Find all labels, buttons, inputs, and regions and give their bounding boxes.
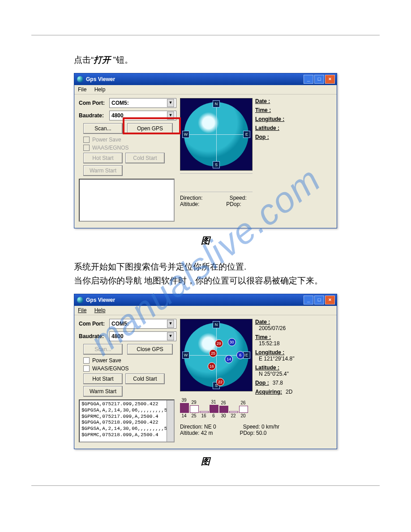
- time-label: Time :: [255, 107, 271, 113]
- checkbox-icon: [83, 137, 90, 143]
- close-button[interactable]: ×: [325, 75, 335, 84]
- dir-n-label: N: [213, 100, 220, 107]
- signal-bar: 22: [229, 411, 237, 418]
- longitude-value: E 121°29'14.8'': [259, 356, 332, 362]
- baudrate-value: 4800: [111, 112, 124, 119]
- direction-label: Direction:: [180, 195, 203, 201]
- warm-start-button[interactable]: Warm Start: [83, 386, 123, 397]
- bar-top-value: 31: [210, 399, 218, 404]
- titlebar[interactable]: Gps Viewer _ □ ×: [74, 294, 337, 306]
- com-port-label: Com Port:: [79, 321, 107, 327]
- dir-w-label: W: [182, 131, 189, 138]
- com-port-combo[interactable]: COM5: ▼: [109, 319, 176, 329]
- scan-button: Scan...: [83, 344, 123, 355]
- menu-bar: File Help: [74, 306, 337, 315]
- speed-label: Speed:: [243, 424, 260, 430]
- com-port-label: Com Port:: [79, 100, 107, 106]
- app-icon: [77, 297, 83, 303]
- scan-button[interactable]: Scan...: [83, 123, 123, 134]
- hot-start-button[interactable]: Hot Start: [83, 373, 123, 384]
- maximize-button[interactable]: □: [314, 75, 324, 84]
- client-area: Com Port: COM5: ▼ Baudrate: 4800 ▼ Scan.…: [74, 315, 337, 449]
- nmea-output[interactable]: [79, 179, 175, 222]
- signal-bar: 316: [210, 399, 218, 418]
- dir-e-label: E: [243, 131, 250, 138]
- info-column: Date : Time : Longitude : Latitude : Dop…: [255, 98, 332, 222]
- intro-suffix: ”钮。: [113, 55, 133, 64]
- direction-value: NE 0: [204, 424, 216, 430]
- gps-viewer-window-2: Gps Viewer _ □ × File Help Com Port: COM…: [74, 294, 337, 449]
- open-gps-button[interactable]: Open GPS: [127, 123, 173, 134]
- warm-start-button: Warm Start: [83, 165, 123, 176]
- speed-value: 0 km/hr: [261, 424, 279, 430]
- chevron-down-icon[interactable]: ▼: [167, 99, 174, 107]
- right-pane: N S W E 2930251461622 Date :2005/07/26 T…: [180, 319, 332, 442]
- time-value: 15:52:18: [259, 340, 332, 347]
- speed-label: Speed:: [230, 195, 247, 201]
- menu-file[interactable]: File: [78, 307, 86, 313]
- intro-bold: 打开: [94, 55, 111, 64]
- left-pane: Com Port: COM5: ▼ Baudrate: 4800 ▼ Scan.…: [79, 98, 176, 222]
- bar-bottom-value: 14: [180, 413, 188, 418]
- client-area: Com Port: COM5: ▼ Baudrate: 4800 ▼ Scan.…: [74, 94, 337, 228]
- hot-start-button: Hot Start: [83, 153, 123, 163]
- maximize-button[interactable]: □: [314, 296, 324, 305]
- waas-egnos-checkbox[interactable]: WAAS/EGNOS: [83, 365, 176, 372]
- power-save-checkbox[interactable]: Power Save: [83, 357, 176, 364]
- bottom-info: Direction: NE 0 Speed: 0 km/hr Altitude:…: [180, 424, 332, 436]
- signal-bar: 16: [200, 411, 208, 418]
- latitude-label: Latitude :: [255, 365, 279, 371]
- satellite-sky-plot: N S W E 2930251461622: [180, 319, 253, 391]
- nmea-output[interactable]: $GPGGA,075217.099,2500.422$GPGSA,A,2,14,…: [79, 399, 175, 442]
- cold-start-button[interactable]: Cold Start: [125, 373, 165, 384]
- menu-help[interactable]: Help: [94, 86, 106, 93]
- satellite-sky-plot: N S W E: [180, 98, 253, 171]
- com-port-combo[interactable]: COM5: ▼: [109, 98, 176, 108]
- date-label: Date :: [255, 98, 270, 104]
- checkbox-icon: [83, 365, 90, 372]
- longitude-label: Longitude :: [255, 349, 284, 356]
- scrollbar[interactable]: [167, 400, 174, 442]
- menu-file[interactable]: File: [78, 86, 86, 93]
- waas-label: WAAS/EGNOS: [92, 145, 129, 151]
- nmea-line: $GPGGA,075217.099,2500.422: [81, 401, 172, 408]
- bar-top-value: 39: [180, 398, 188, 403]
- satellite-marker: 29: [215, 339, 223, 348]
- dir-s-label: S: [213, 161, 220, 168]
- close-gps-button[interactable]: Close GPS: [127, 344, 173, 355]
- titlebar[interactable]: Gps Viewer _ □ ×: [74, 73, 337, 85]
- signal-bars: 39142925163162630222620: [180, 403, 332, 418]
- minimize-button[interactable]: _: [304, 75, 313, 84]
- waas-label: WAAS/EGNOS: [92, 365, 129, 372]
- dop-label: Dop :: [255, 380, 269, 386]
- baudrate-combo[interactable]: 4800 ▼: [109, 111, 176, 120]
- gps-viewer-window-1: Gps Viewer _ □ × File Help Com Port: COM…: [74, 73, 337, 228]
- satellite-marker: 6: [236, 351, 244, 359]
- baudrate-combo[interactable]: 4800 ▼: [109, 331, 176, 341]
- cold-start-button: Cold Start: [125, 153, 165, 163]
- pdop-label: PDop:: [226, 201, 241, 207]
- altitude-value: 42 m: [201, 430, 213, 436]
- satellite-marker: 30: [228, 338, 236, 346]
- pdop-label: PDop:: [240, 430, 254, 436]
- bar-bottom-value: 6: [210, 413, 218, 418]
- close-button[interactable]: ×: [325, 296, 335, 305]
- minimize-button[interactable]: _: [304, 296, 313, 305]
- acquiring-label: Acquiring:: [255, 389, 282, 395]
- baudrate-value: 4800: [111, 333, 124, 339]
- bottom-info: Direction: Speed: Altitude: PDop:: [180, 195, 253, 207]
- com-port-value: COM5:: [111, 100, 129, 106]
- top-rule: [31, 35, 380, 35]
- chevron-down-icon[interactable]: ▼: [167, 332, 174, 340]
- intro-prefix: 点击“: [74, 55, 94, 64]
- dop-value: 37.8: [273, 380, 283, 386]
- bar-bottom-value: 22: [229, 413, 237, 418]
- chevron-down-icon[interactable]: ▼: [167, 320, 174, 328]
- bar-top-value: 29: [190, 400, 198, 405]
- info-column: Date :2005/07/26 Time :15:52:18 Longitud…: [255, 319, 332, 398]
- figure-caption-2: 图: [31, 455, 380, 468]
- chevron-down-icon[interactable]: ▼: [167, 112, 174, 120]
- menu-help[interactable]: Help: [94, 307, 106, 313]
- nmea-line: $GPRMC,075217.099,A,2500.4: [81, 414, 172, 420]
- document-page: manualslive.com 点击“打开 ”钮。 Gps Viewer _ □…: [0, 0, 411, 522]
